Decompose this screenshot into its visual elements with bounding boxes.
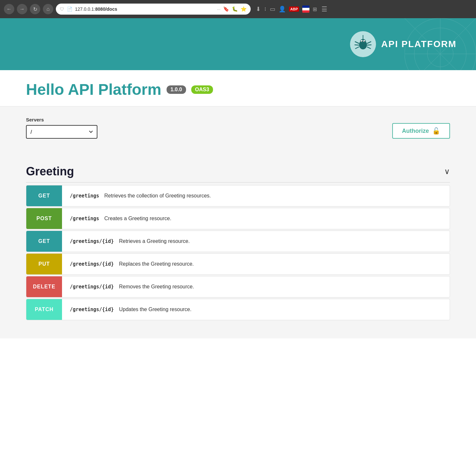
more-icon: ··· xyxy=(217,7,220,12)
url-suffix: 8080/docs xyxy=(95,6,117,12)
grid-icon[interactable]: ⊞ xyxy=(313,6,317,12)
endpoint-path: /greetings xyxy=(70,216,99,221)
endpoint-description: Updates the Greeting resource. xyxy=(119,307,191,312)
page-title-text: Hello API Platform xyxy=(26,81,161,98)
authorize-label: Authorize xyxy=(402,128,429,134)
flag-icon xyxy=(302,6,309,13)
content-area: Greeting ∨ GET/greetingsRetrieves the co… xyxy=(0,149,476,338)
svg-point-12 xyxy=(364,41,365,42)
svg-line-17 xyxy=(367,45,371,45)
reload-button[interactable]: ↻ xyxy=(30,4,40,14)
browser-chrome: ← → ↻ ⌂ 🛡 📄 127.0.0.1:8080/docs ··· 🔖 🐛 … xyxy=(0,0,476,18)
address-bar[interactable]: 🛡 📄 127.0.0.1:8080/docs ··· 🔖 🐛 ⭐ xyxy=(56,4,251,15)
greeting-section: Greeting ∨ GET/greetingsRetrieves the co… xyxy=(26,159,450,320)
endpoint-info: /greetings/{id}Updates the Greeting reso… xyxy=(62,307,450,312)
spider-web-decoration xyxy=(405,18,476,70)
endpoint-description: Creates a Greeting resource. xyxy=(104,216,171,221)
endpoint-path: /greetings xyxy=(70,193,99,199)
method-badge-patch: PATCH xyxy=(26,299,62,320)
reader-icon[interactable]: ▭ xyxy=(270,6,275,13)
page-title: Hello API Platform 1.0.0 OAS3 xyxy=(26,81,450,98)
endpoint-info: /greetings/{id}Removes the Greeting reso… xyxy=(62,284,450,290)
section-header: Greeting ∨ xyxy=(26,159,450,183)
endpoint-row[interactable]: PATCH/greetings/{id}Updates the Greeting… xyxy=(26,299,450,320)
endpoint-info: /greetingsCreates a Greeting resource. xyxy=(62,216,450,221)
endpoint-description: Retrieves the collection of Greeting res… xyxy=(104,193,211,199)
servers-label: Servers xyxy=(26,117,97,122)
home-button[interactable]: ⌂ xyxy=(43,4,53,14)
endpoint-info: /greetings/{id}Retrieves a Greeting reso… xyxy=(62,238,450,244)
api-header-banner: API PLATFORM xyxy=(0,18,476,70)
chevron-down-icon[interactable]: ∨ xyxy=(444,167,450,176)
download-icon[interactable]: ⬇ xyxy=(256,6,261,13)
spider-logo xyxy=(350,31,376,57)
title-section: Hello API Platform 1.0.0 OAS3 xyxy=(0,70,476,107)
endpoint-row[interactable]: POST/greetingsCreates a Greeting resourc… xyxy=(26,208,450,229)
abp-icon[interactable]: ABP xyxy=(289,6,299,12)
endpoint-row[interactable]: DELETE/greetings/{id}Removes the Greetin… xyxy=(26,276,450,297)
endpoint-row[interactable]: GET/greetings/{id}Retrieves a Greeting r… xyxy=(26,231,450,252)
svg-line-16 xyxy=(367,42,371,44)
servers-select[interactable]: / xyxy=(26,125,97,139)
oas3-badge: OAS3 xyxy=(191,85,213,94)
svg-point-8 xyxy=(360,39,366,44)
version-badge: 1.0.0 xyxy=(167,85,186,94)
servers-control: Servers / xyxy=(26,117,97,139)
bug-icon: 🐛 xyxy=(232,6,238,12)
user-icon[interactable]: 👤 xyxy=(279,6,286,13)
lock-icon: 🔓 xyxy=(432,127,440,135)
method-badge-get: GET xyxy=(26,231,62,252)
url-prefix: 127.0.0.1: xyxy=(75,6,95,12)
page-wrapper: API PLATFORM Hello API Platform 1.0.0 OA… xyxy=(0,18,476,454)
svg-line-14 xyxy=(355,45,359,45)
endpoint-path: /greetings/{id} xyxy=(70,238,114,244)
method-badge-get: GET xyxy=(26,185,62,206)
forward-button[interactable]: → xyxy=(17,4,27,14)
endpoint-path: /greetings/{id} xyxy=(70,284,114,290)
back-button[interactable]: ← xyxy=(4,4,14,14)
endpoints-list: GET/greetingsRetrieves the collection of… xyxy=(26,185,450,320)
star-icon: ⭐ xyxy=(241,6,247,12)
method-badge-delete: DELETE xyxy=(26,276,62,297)
servers-section: Servers / Authorize 🔓 xyxy=(0,107,476,149)
authorize-button[interactable]: Authorize 🔓 xyxy=(392,123,450,139)
security-icon: 🛡 xyxy=(60,6,64,12)
url-text: 127.0.0.1:8080/docs xyxy=(75,6,214,12)
svg-point-11 xyxy=(362,41,363,42)
endpoint-description: Removes the Greeting resource. xyxy=(119,284,194,290)
page-icon: 📄 xyxy=(67,6,72,12)
method-badge-post: POST xyxy=(26,208,62,229)
library-icon[interactable]: ⫶ xyxy=(264,6,267,12)
method-badge-put: PUT xyxy=(26,254,62,274)
menu-button[interactable]: ☰ xyxy=(321,5,327,13)
endpoint-description: Replaces the Greeting resource. xyxy=(119,261,194,267)
svg-line-15 xyxy=(355,47,359,49)
svg-line-18 xyxy=(367,47,371,49)
endpoint-row[interactable]: GET/greetingsRetrieves the collection of… xyxy=(26,185,450,207)
endpoint-description: Retrieves a Greeting resource. xyxy=(119,238,190,244)
endpoint-path: /greetings/{id} xyxy=(70,261,114,267)
section-title: Greeting xyxy=(26,165,74,178)
endpoint-info: /greetingsRetrieves the collection of Gr… xyxy=(62,193,450,199)
endpoint-info: /greetings/{id}Replaces the Greeting res… xyxy=(62,261,450,267)
svg-line-13 xyxy=(355,42,359,44)
bookmark-icon: 🔖 xyxy=(223,6,229,12)
endpoint-row[interactable]: PUT/greetings/{id}Replaces the Greeting … xyxy=(26,253,450,275)
endpoint-path: /greetings/{id} xyxy=(70,307,114,312)
toolbar-icons: ⬇ ⫶ ▭ 👤 ABP ⊞ ☰ xyxy=(256,5,327,13)
